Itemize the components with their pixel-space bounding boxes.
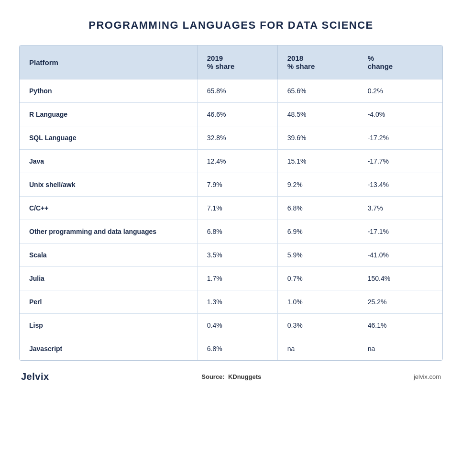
cell-platform: Java <box>20 150 197 173</box>
table-row: SQL Language32.8%39.6%-17.2% <box>20 126 442 150</box>
cell-change: -17.1% <box>358 220 442 244</box>
page-title: PROGRAMMING LANGUAGES FOR DATA SCIENCE <box>88 19 374 32</box>
cell-2018: 5.9% <box>277 244 358 267</box>
cell-2019: 32.8% <box>197 126 277 150</box>
source-value: KDnuggets <box>228 373 261 380</box>
cell-2018: 15.1% <box>277 150 358 173</box>
cell-change: 150.4% <box>358 267 442 290</box>
cell-2018: 9.2% <box>277 173 358 197</box>
cell-2019: 65.8% <box>197 79 277 103</box>
cell-2018: 1.0% <box>277 290 358 314</box>
cell-change: 0.2% <box>358 79 442 103</box>
cell-2019: 46.6% <box>197 103 277 126</box>
cell-platform: Unix shell/awk <box>20 173 197 197</box>
cell-platform: Other programming and data languages <box>20 220 197 244</box>
cell-2019: 0.4% <box>197 314 277 337</box>
cell-change: 3.7% <box>358 197 442 220</box>
brand-logo: Jelvix <box>21 371 49 382</box>
cell-change: 46.1% <box>358 314 442 337</box>
cell-platform: SQL Language <box>20 126 197 150</box>
cell-platform: C/C++ <box>20 197 197 220</box>
cell-change: 25.2% <box>358 290 442 314</box>
cell-platform: R Language <box>20 103 197 126</box>
cell-2019: 12.4% <box>197 150 277 173</box>
table-row: Python65.8%65.6%0.2% <box>20 79 442 103</box>
cell-2019: 6.8% <box>197 220 277 244</box>
cell-2018: 48.5% <box>277 103 358 126</box>
table-header-row: Platform 2019% share 2018% share %change <box>20 45 442 79</box>
cell-2018: 6.9% <box>277 220 358 244</box>
cell-change: -17.7% <box>358 150 442 173</box>
cell-platform: Lisp <box>20 314 197 337</box>
source-credit: Source: KDnuggets <box>201 373 261 380</box>
cell-platform: Python <box>20 79 197 103</box>
data-table: Platform 2019% share 2018% share %change… <box>19 45 443 361</box>
cell-2019: 6.8% <box>197 337 277 361</box>
table-row: Other programming and data languages6.8%… <box>20 220 442 244</box>
cell-2019: 7.9% <box>197 173 277 197</box>
cell-2018: 0.7% <box>277 267 358 290</box>
header-2018: 2018% share <box>277 45 358 79</box>
cell-2019: 3.5% <box>197 244 277 267</box>
cell-platform: Julia <box>20 267 197 290</box>
cell-platform: Scala <box>20 244 197 267</box>
cell-2018: 65.6% <box>277 79 358 103</box>
table-row: R Language46.6%48.5%-4.0% <box>20 103 442 126</box>
cell-change: -4.0% <box>358 103 442 126</box>
cell-platform: Perl <box>20 290 197 314</box>
header-platform: Platform <box>20 45 197 79</box>
cell-change: -41.0% <box>358 244 442 267</box>
cell-2018: 6.8% <box>277 197 358 220</box>
cell-2018: 39.6% <box>277 126 358 150</box>
table-row: Perl1.3%1.0%25.2% <box>20 290 442 314</box>
source-label: Source: <box>201 373 224 380</box>
cell-2018: 0.3% <box>277 314 358 337</box>
table-row: Java12.4%15.1%-17.7% <box>20 150 442 173</box>
cell-2019: 1.7% <box>197 267 277 290</box>
table-row: Unix shell/awk7.9%9.2%-13.4% <box>20 173 442 197</box>
table-row: C/C++7.1%6.8%3.7% <box>20 197 442 220</box>
cell-2019: 7.1% <box>197 197 277 220</box>
cell-change: -13.4% <box>358 173 442 197</box>
table-row: Javascript6.8%nana <box>20 337 442 361</box>
table-row: Scala3.5%5.9%-41.0% <box>20 244 442 267</box>
table-row: Julia1.7%0.7%150.4% <box>20 267 442 290</box>
cell-change: -17.2% <box>358 126 442 150</box>
footer: Jelvix Source: KDnuggets jelvix.com <box>19 371 443 382</box>
header-2019: 2019% share <box>197 45 277 79</box>
cell-2019: 1.3% <box>197 290 277 314</box>
cell-platform: Javascript <box>20 337 197 361</box>
table-row: Lisp0.4%0.3%46.1% <box>20 314 442 337</box>
footer-url: jelvix.com <box>414 373 441 380</box>
cell-2018: na <box>277 337 358 361</box>
header-change: %change <box>358 45 442 79</box>
cell-change: na <box>358 337 442 361</box>
